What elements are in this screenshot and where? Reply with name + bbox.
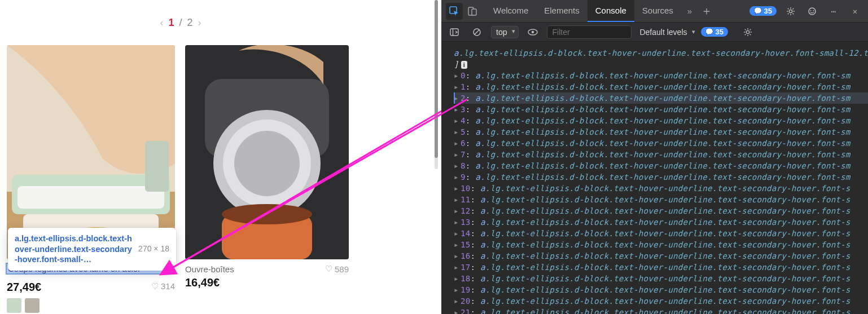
tab-elements[interactable]: Elements (536, 0, 588, 22)
expand-icon[interactable]: ▸ (454, 81, 461, 92)
console-array-item[interactable]: ▸10: a.lg.text-ellipsis.d-block.text-hov… (454, 183, 868, 194)
feedback-icon[interactable] (804, 3, 821, 20)
toolbar-issues-badge[interactable]: 35 (701, 27, 728, 37)
scrollbar-thumb[interactable] (435, 0, 438, 158)
expand-icon[interactable]: ▸ (454, 171, 461, 183)
console-toolbar: top Default levels 35 (441, 23, 868, 42)
log-array-preview[interactable]: aa.lg.text-ellipsis.d-block.text-hover-u… (454, 47, 868, 59)
element-tag: a (475, 150, 480, 159)
console-array-item[interactable]: ▸17: a.lg.text-ellipsis.d-block.text-hov… (454, 262, 868, 273)
console-array-item[interactable]: ▸0: a.lg.text-ellipsis.d-block.text-hove… (454, 70, 868, 81)
product-image[interactable] (185, 45, 349, 259)
console-array-item[interactable]: ▸3: a.lg.text-ellipsis.d-block.text-hove… (454, 104, 868, 115)
tab-console[interactable]: Console (588, 0, 634, 22)
element-tag: a (475, 82, 480, 91)
console-array-item[interactable]: ▸15: a.lg.text-ellipsis.d-block.text-hov… (454, 239, 868, 250)
console-array-item[interactable]: ▸13: a.lg.text-ellipsis.d-block.text-hov… (454, 216, 868, 228)
pager-next-icon[interactable]: › (197, 17, 203, 29)
toggle-sidebar-icon[interactable] (446, 24, 463, 41)
expand-icon[interactable]: ▸ (454, 149, 461, 160)
expand-icon[interactable]: ▸ (454, 295, 461, 307)
console-array-item[interactable]: ▸7: a.lg.text-ellipsis.d-block.text-hove… (454, 149, 868, 160)
expand-icon[interactable]: ▸ (454, 239, 461, 250)
expand-icon[interactable]: ▸ (454, 104, 461, 115)
console-array-item[interactable]: ▸21: a.lg.text-ellipsis.d-block.text-hov… (454, 307, 868, 314)
array-index: 21 (461, 308, 470, 314)
close-devtools-icon[interactable]: ✕ (847, 3, 863, 20)
expand-icon[interactable]: ▸ (454, 262, 461, 273)
expand-icon[interactable]: ▸ (454, 307, 461, 314)
info-badge-icon[interactable]: i (461, 61, 467, 69)
console-filter-input[interactable] (547, 25, 632, 39)
product-title-link[interactable]: Ouvre-boîtes (185, 264, 325, 274)
pager-prev-icon[interactable]: ‹ (159, 17, 164, 29)
device-toolbar-icon[interactable] (464, 3, 481, 20)
clear-console-icon[interactable] (468, 24, 485, 41)
array-index: 19 (461, 285, 470, 294)
expand-icon[interactable]: ▸ (454, 160, 461, 171)
tab-welcome[interactable]: Welcome (485, 0, 536, 22)
expand-icon[interactable]: ▸ (454, 284, 461, 295)
console-array-item[interactable]: ▸14: a.lg.text-ellipsis.d-block.text-hov… (454, 228, 868, 239)
expand-icon[interactable]: ▸ (454, 126, 461, 138)
console-array-item[interactable]: ▸9: a.lg.text-ellipsis.d-block.text-hove… (454, 171, 868, 183)
console-array-item[interactable]: ▸8: a.lg.text-ellipsis.d-block.text-hove… (454, 160, 868, 171)
issues-badge[interactable]: 35 (749, 6, 777, 16)
product-card[interactable]: Coupe légumes avec lame en acier 27,49€ … (7, 45, 175, 313)
add-tab-icon[interactable]: ＋ (698, 3, 715, 20)
product-image[interactable] (7, 45, 175, 259)
console-array-item[interactable]: ▸5: a.lg.text-ellipsis.d-block.text-hove… (454, 126, 868, 138)
console-array-item[interactable]: ▸1: a.lg.text-ellipsis.d-block.text-hove… (454, 81, 868, 92)
console-array-item[interactable]: ▸18: a.lg.text-ellipsis.d-block.text-hov… (454, 273, 868, 284)
console-settings-icon[interactable] (739, 24, 756, 41)
settings-icon[interactable] (782, 3, 799, 20)
expand-icon[interactable]: ▸ (454, 216, 461, 228)
expand-icon[interactable]: ▸ (454, 228, 461, 239)
swatch[interactable] (25, 298, 40, 313)
element-tag: a (475, 71, 480, 80)
expand-icon[interactable]: ▸ (454, 205, 461, 216)
more-tabs-icon[interactable]: » (681, 3, 698, 20)
scrollbar[interactable] (435, 0, 438, 169)
like-button[interactable]: ♡ 589 (325, 264, 349, 274)
console-array-item[interactable]: ▸11: a.lg.text-ellipsis.d-block.text-hov… (454, 194, 868, 205)
element-tag: a (480, 297, 485, 306)
expand-icon[interactable]: ▸ (454, 115, 461, 126)
live-expression-icon[interactable] (524, 24, 541, 41)
console-array-item[interactable]: ▸6: a.lg.text-ellipsis.d-block.text-hove… (454, 138, 868, 149)
console-array-item[interactable]: ▸16: a.lg.text-ellipsis.d-block.text-hov… (454, 250, 868, 262)
like-button[interactable]: ♡ 314 (151, 281, 175, 291)
log-levels-select[interactable]: Default levels (637, 26, 695, 38)
console-array-item[interactable]: ▸4: a.lg.text-ellipsis.d-block.text-hove… (454, 115, 868, 126)
svg-point-38 (746, 30, 749, 33)
console-array-item[interactable]: ▸19: a.lg.text-ellipsis.d-block.text-hov… (454, 284, 868, 295)
inspect-element-icon[interactable] (446, 3, 463, 20)
expand-icon[interactable]: ▸ (454, 194, 461, 205)
expand-icon[interactable]: ▸ (454, 250, 461, 262)
expand-icon[interactable]: ▸ (454, 183, 461, 194)
console-array-item[interactable]: ▸20: a.lg.text-ellipsis.d-block.text-hov… (454, 295, 868, 307)
array-index: 7 (461, 150, 466, 159)
array-index: 14 (461, 229, 470, 238)
expand-icon[interactable]: ▸ (454, 92, 461, 104)
color-swatches[interactable] (7, 298, 175, 313)
console-log-area[interactable]: aa.lg.text-ellipsis.d-block.text-hover-u… (441, 45, 868, 314)
expand-icon[interactable]: ▸ (454, 138, 461, 149)
execution-context-select[interactable]: top (491, 26, 519, 38)
expand-icon[interactable]: ▸ (454, 273, 461, 284)
heart-icon: ♡ (151, 281, 159, 291)
element-tag: a (480, 251, 485, 260)
element-tag: a (475, 105, 480, 114)
expand-icon[interactable]: ▸ (454, 70, 461, 81)
element-tag: a (475, 116, 480, 125)
console-array-item[interactable]: ▸12: a.lg.text-ellipsis.d-block.text-hov… (454, 205, 868, 216)
svg-point-30 (810, 10, 812, 11)
console-array-item[interactable]: ▸2: a.lg.text-ellipsis.d-block.text-hove… (454, 92, 868, 104)
svg-point-15 (222, 204, 312, 224)
element-classes: .lg.text-ellipsis.d-block.text-hover-und… (480, 139, 851, 148)
tab-sources[interactable]: Sources (634, 0, 681, 22)
swatch[interactable] (7, 298, 21, 313)
more-options-icon[interactable]: ⋯ (825, 3, 842, 20)
product-card[interactable]: Ouvre-boîtes ♡ 589 16,49€ (185, 45, 349, 313)
svg-line-27 (788, 13, 789, 14)
